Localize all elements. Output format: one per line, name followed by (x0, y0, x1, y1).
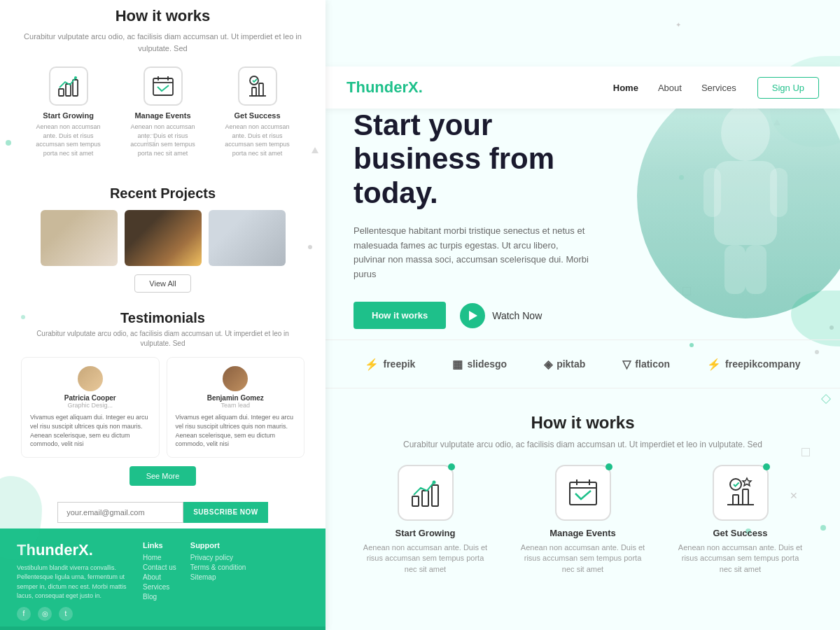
left-feat-title-1: Start Growing (43, 111, 94, 120)
logo-flaticon: ▽ flaticon (622, 358, 670, 371)
reviewer-role-1: Graphic Desig... (67, 402, 113, 409)
svg-rect-8 (252, 88, 256, 96)
logo-slidesgo: ▦ slidesgo (452, 358, 507, 371)
right-start-growing-icon (398, 465, 454, 521)
testimonial-card-1: Patricia Cooper Graphic Desig... Vivamus… (21, 357, 160, 457)
svg-rect-1 (66, 84, 71, 96)
deco-dot (6, 140, 11, 146)
svg-point-21 (432, 481, 435, 484)
svg-rect-27 (743, 489, 748, 505)
left-features-row: Start Growing Aenean non accumsan ante. … (21, 66, 304, 158)
right-how-it-works: How it works Curabitur vulputate arcu od… (326, 399, 840, 589)
footer-desc: Vestibulum blandit viverra convallis. Pe… (17, 564, 129, 601)
social-facebook-icon[interactable]: f (17, 607, 31, 621)
right-feature-manage-events: Manage Events Aenean non accumsan ante. … (520, 465, 646, 575)
left-start-growing-icon (49, 66, 88, 106)
svg-point-12 (721, 105, 770, 161)
hero-blob (637, 74, 840, 318)
how-it-works-button[interactable]: How it works (354, 302, 446, 329)
right-feature-get-success: Get Success Aenean non accumsan ante. Du… (678, 465, 804, 575)
footer-sitemap-link[interactable]: Sitemap (190, 573, 246, 581)
left-panel: How it works Curabitur vulputate arcu od… (0, 0, 326, 630)
right-hiw-subtitle: Curabitur vulputate arcu odio, ac facili… (346, 438, 819, 451)
subscribe-input[interactable] (57, 502, 183, 523)
svg-rect-18 (412, 496, 419, 506)
left-hiw-subtitle: Curabitur vulputate arcu odio, ac facili… (21, 31, 304, 54)
right-get-success-icon (713, 465, 769, 521)
left-manage-events-icon (144, 66, 183, 106)
person-image (637, 74, 840, 318)
watch-now-button[interactable]: Watch Now (460, 303, 542, 328)
svg-rect-14 (704, 168, 721, 217)
hero-section: Start your business from today. Pellente… (326, 108, 840, 136)
watch-label: Watch Now (492, 310, 542, 321)
footer-link-services[interactable]: Services (143, 583, 176, 591)
hero-description: Pellentesque habitant morbi tristique se… (354, 224, 592, 282)
see-more-button[interactable]: See More (130, 466, 197, 486)
footer-link-about[interactable]: About (143, 573, 176, 581)
svg-rect-19 (422, 491, 428, 506)
right-feat-desc-3: Aenean non accumsan ante. Duis et risus … (678, 542, 804, 575)
left-feat-desc-2: Aenean non accumsan ante. Duis et risus … (128, 122, 198, 158)
right-feat-desc-2: Aenean non accumsan ante. Duis et risus … (520, 542, 646, 575)
social-twitter-icon[interactable]: t (59, 607, 73, 621)
svg-rect-16 (724, 245, 746, 294)
svg-rect-13 (714, 161, 777, 245)
deco-triangle (312, 147, 318, 153)
footer-privacy-link[interactable]: Privacy policy (190, 554, 246, 561)
deco-star: ✦ (676, 21, 681, 29)
right-feat-title-1: Start Growing (396, 528, 456, 538)
testimonials-section: Testimonials Curabitur vulputate arcu od… (0, 303, 326, 496)
play-button[interactable] (460, 303, 485, 328)
footer-terms-link[interactable]: Terms & condition (190, 564, 246, 571)
left-get-success-icon (238, 66, 277, 106)
navbar: ThunderX. Home About Services Sign Up (326, 66, 840, 108)
project-thumb-1[interactable] (41, 210, 118, 266)
deco-dot (448, 463, 455, 470)
left-feature-manage-events: Manage Events Aenean non accumsan ante. … (128, 66, 198, 158)
deco-dot (763, 463, 770, 470)
signup-button[interactable]: Sign Up (757, 77, 819, 99)
logo-piktab: ◈ piktab (544, 358, 585, 371)
view-all-button[interactable]: View All (134, 274, 190, 293)
right-features-row: Start Growing Aenean non accumsan ante. … (346, 465, 819, 575)
left-feature-get-success: Get Success Aenean non accumsan ante. Du… (223, 66, 293, 158)
right-feature-start-growing: Start Growing Aenean non accumsan ante. … (363, 465, 489, 575)
nav-link-services[interactable]: Services (701, 83, 736, 93)
logo-freepik: ⚡ freepik (365, 358, 415, 371)
right-feat-title-3: Get Success (713, 528, 767, 538)
testimonial-text-2: Vivamus eget aliquam dui. Integer eu arc… (176, 413, 296, 448)
project-thumb-2[interactable] (125, 210, 202, 266)
testimonials-row: Patricia Cooper Graphic Desig... Vivamus… (21, 357, 304, 457)
testimonial-card-2: Benjamin Gomez Team lead Vivamus eget al… (167, 357, 305, 457)
subscribe-button[interactable]: SUBSCRIBE NOW (183, 502, 268, 523)
footer-link-home[interactable]: Home (143, 554, 176, 561)
reviewer-1: Patricia Cooper Graphic Desig... (30, 366, 150, 409)
brand-text: ThunderX. (346, 78, 423, 96)
footer-links-col: Links Home Contact us About Services Blo… (143, 541, 176, 601)
left-feat-title-2: Manage Events (134, 111, 190, 120)
footer-link-contact[interactable]: Contact us (143, 564, 176, 571)
right-hiw-title: How it works (346, 413, 819, 433)
svg-point-10 (250, 76, 258, 85)
deco-rect (147, 134, 155, 143)
svg-point-28 (730, 479, 741, 490)
subscribe-section: SUBSCRIBE NOW (0, 496, 326, 528)
nav-link-about[interactable]: About (658, 83, 682, 93)
social-instagram-icon[interactable]: ◎ (38, 607, 52, 621)
hero-text: Start your business from today. Pellente… (354, 108, 620, 329)
svg-point-3 (74, 76, 77, 79)
recent-projects-section: Recent Projects View All (0, 178, 326, 303)
deco-dot (21, 315, 25, 319)
reviewer-name-2: Benjamin Gomez (207, 394, 264, 402)
left-feat-title-3: Get Success (234, 111, 280, 120)
nav-links: Home About Services (613, 83, 736, 93)
nav-link-home[interactable]: Home (613, 83, 638, 93)
projects-grid (21, 210, 304, 266)
svg-rect-4 (153, 78, 173, 95)
svg-rect-15 (770, 168, 788, 217)
footer-link-blog[interactable]: Blog (143, 593, 176, 601)
project-thumb-3[interactable] (209, 210, 286, 266)
footer-social: f ◎ t (17, 607, 129, 621)
deco-dot (308, 245, 312, 249)
